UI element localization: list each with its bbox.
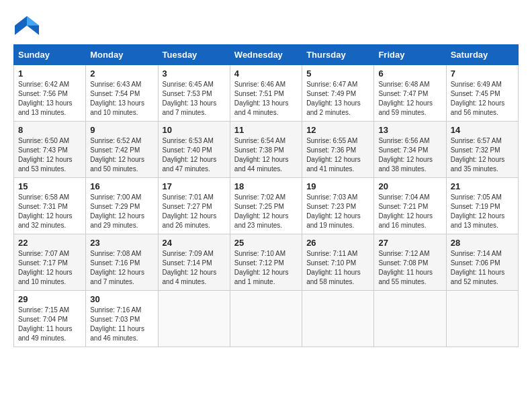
- day-number: 6: [378, 68, 441, 79]
- calendar-week-5: 29Sunrise: 7:15 AM Sunset: 7:04 PM Dayli…: [14, 291, 519, 347]
- day-info: Sunrise: 6:56 AM Sunset: 7:34 PM Dayligh…: [378, 136, 441, 174]
- day-number: 5: [306, 68, 369, 79]
- calendar-cell: 2Sunrise: 6:43 AM Sunset: 7:54 PM Daylig…: [86, 65, 158, 122]
- calendar-cell: 20Sunrise: 7:04 AM Sunset: 7:21 PM Dayli…: [374, 178, 446, 234]
- day-info: Sunrise: 6:43 AM Sunset: 7:54 PM Dayligh…: [90, 80, 153, 118]
- day-info: Sunrise: 7:14 AM Sunset: 7:06 PM Dayligh…: [451, 249, 514, 287]
- calendar-cell: 16Sunrise: 7:00 AM Sunset: 7:29 PM Dayli…: [86, 178, 158, 234]
- day-number: 12: [306, 125, 369, 135]
- day-info: Sunrise: 7:15 AM Sunset: 7:04 PM Dayligh…: [18, 306, 81, 343]
- calendar-cell: 18Sunrise: 7:02 AM Sunset: 7:25 PM Dayli…: [230, 178, 302, 234]
- calendar-cell: 24Sunrise: 7:09 AM Sunset: 7:14 PM Dayli…: [158, 234, 230, 291]
- calendar-cell: 15Sunrise: 6:58 AM Sunset: 7:31 PM Dayli…: [14, 178, 86, 234]
- calendar-week-2: 8Sunrise: 6:50 AM Sunset: 7:43 PM Daylig…: [14, 122, 519, 178]
- day-number: 20: [378, 181, 441, 191]
- calendar-cell: 7Sunrise: 6:49 AM Sunset: 7:45 PM Daylig…: [446, 65, 518, 122]
- days-of-week-row: SundayMondayTuesdayWednesdayThursdayFrid…: [14, 45, 519, 65]
- day-number: 7: [451, 68, 514, 79]
- calendar-cell: 8Sunrise: 6:50 AM Sunset: 7:43 PM Daylig…: [14, 122, 86, 178]
- calendar-cell: 22Sunrise: 7:07 AM Sunset: 7:17 PM Dayli…: [14, 234, 86, 291]
- calendar-cell: 25Sunrise: 7:10 AM Sunset: 7:12 PM Dayli…: [230, 234, 302, 291]
- day-number: 13: [378, 125, 441, 135]
- calendar-cell: [158, 291, 230, 347]
- day-info: Sunrise: 6:57 AM Sunset: 7:32 PM Dayligh…: [451, 136, 514, 174]
- day-info: Sunrise: 6:45 AM Sunset: 7:53 PM Dayligh…: [163, 80, 226, 118]
- calendar-cell: 3Sunrise: 6:45 AM Sunset: 7:53 PM Daylig…: [158, 65, 230, 122]
- day-info: Sunrise: 7:09 AM Sunset: 7:14 PM Dayligh…: [163, 249, 226, 287]
- day-number: 9: [90, 125, 153, 135]
- day-info: Sunrise: 7:08 AM Sunset: 7:16 PM Dayligh…: [90, 249, 153, 287]
- calendar-cell: 23Sunrise: 7:08 AM Sunset: 7:16 PM Dayli…: [86, 234, 158, 291]
- day-number: 26: [306, 238, 369, 248]
- dow-header-monday: Monday: [86, 45, 158, 65]
- day-number: 8: [18, 125, 81, 135]
- calendar-cell: 9Sunrise: 6:52 AM Sunset: 7:42 PM Daylig…: [86, 122, 158, 178]
- day-info: Sunrise: 7:07 AM Sunset: 7:17 PM Dayligh…: [18, 249, 81, 287]
- day-number: 19: [306, 181, 369, 191]
- day-info: Sunrise: 6:47 AM Sunset: 7:49 PM Dayligh…: [306, 80, 369, 118]
- day-number: 22: [18, 238, 81, 248]
- day-number: 10: [163, 125, 226, 135]
- day-number: 29: [18, 294, 81, 304]
- day-number: 18: [234, 181, 298, 191]
- calendar-cell: [374, 291, 446, 347]
- day-info: Sunrise: 6:52 AM Sunset: 7:42 PM Dayligh…: [90, 136, 153, 174]
- day-info: Sunrise: 7:02 AM Sunset: 7:25 PM Dayligh…: [234, 193, 298, 230]
- day-info: Sunrise: 7:05 AM Sunset: 7:19 PM Dayligh…: [451, 193, 514, 230]
- day-info: Sunrise: 7:01 AM Sunset: 7:27 PM Dayligh…: [163, 193, 226, 230]
- day-info: Sunrise: 6:55 AM Sunset: 7:36 PM Dayligh…: [306, 136, 369, 174]
- logo: [13, 13, 43, 38]
- dow-header-wednesday: Wednesday: [230, 45, 302, 65]
- day-number: 28: [451, 238, 514, 248]
- day-info: Sunrise: 6:58 AM Sunset: 7:31 PM Dayligh…: [18, 193, 81, 230]
- calendar-cell: [446, 291, 518, 347]
- day-info: Sunrise: 7:04 AM Sunset: 7:21 PM Dayligh…: [378, 193, 441, 230]
- day-number: 4: [234, 68, 298, 79]
- day-info: Sunrise: 7:16 AM Sunset: 7:03 PM Dayligh…: [90, 306, 153, 343]
- day-info: Sunrise: 6:46 AM Sunset: 7:51 PM Dayligh…: [234, 80, 298, 118]
- day-number: 16: [90, 181, 153, 191]
- dow-header-tuesday: Tuesday: [158, 45, 230, 65]
- dow-header-friday: Friday: [374, 45, 446, 65]
- day-info: Sunrise: 7:11 AM Sunset: 7:10 PM Dayligh…: [306, 249, 369, 287]
- calendar-week-1: 1Sunrise: 6:42 AM Sunset: 7:56 PM Daylig…: [14, 65, 519, 122]
- day-number: 15: [18, 181, 81, 191]
- dow-header-thursday: Thursday: [302, 45, 374, 65]
- logo-icon: [13, 13, 39, 35]
- calendar-cell: 14Sunrise: 6:57 AM Sunset: 7:32 PM Dayli…: [446, 122, 518, 178]
- page-header: [13, 13, 519, 38]
- calendar-cell: 13Sunrise: 6:56 AM Sunset: 7:34 PM Dayli…: [374, 122, 446, 178]
- day-info: Sunrise: 6:48 AM Sunset: 7:47 PM Dayligh…: [378, 80, 441, 118]
- day-info: Sunrise: 7:10 AM Sunset: 7:12 PM Dayligh…: [234, 249, 298, 287]
- day-number: 1: [18, 68, 81, 79]
- calendar-cell: 21Sunrise: 7:05 AM Sunset: 7:19 PM Dayli…: [446, 178, 518, 234]
- calendar-cell: 1Sunrise: 6:42 AM Sunset: 7:56 PM Daylig…: [14, 65, 86, 122]
- calendar-cell: 28Sunrise: 7:14 AM Sunset: 7:06 PM Dayli…: [446, 234, 518, 291]
- calendar-cell: 10Sunrise: 6:53 AM Sunset: 7:40 PM Dayli…: [158, 122, 230, 178]
- calendar-body: 1Sunrise: 6:42 AM Sunset: 7:56 PM Daylig…: [14, 65, 519, 347]
- day-number: 2: [90, 68, 153, 79]
- day-number: 23: [90, 238, 153, 248]
- day-info: Sunrise: 6:49 AM Sunset: 7:45 PM Dayligh…: [451, 80, 514, 118]
- day-info: Sunrise: 6:42 AM Sunset: 7:56 PM Dayligh…: [18, 80, 81, 118]
- dow-header-sunday: Sunday: [14, 45, 86, 65]
- calendar-week-3: 15Sunrise: 6:58 AM Sunset: 7:31 PM Dayli…: [14, 178, 519, 234]
- day-number: 24: [163, 238, 226, 248]
- dow-header-saturday: Saturday: [446, 45, 518, 65]
- day-info: Sunrise: 7:12 AM Sunset: 7:08 PM Dayligh…: [378, 249, 441, 287]
- day-number: 3: [163, 68, 226, 79]
- calendar-cell: 29Sunrise: 7:15 AM Sunset: 7:04 PM Dayli…: [14, 291, 86, 347]
- calendar-cell: 27Sunrise: 7:12 AM Sunset: 7:08 PM Dayli…: [374, 234, 446, 291]
- day-number: 14: [451, 125, 514, 135]
- day-number: 27: [378, 238, 441, 248]
- day-number: 30: [90, 294, 153, 304]
- day-number: 17: [163, 181, 226, 191]
- day-info: Sunrise: 7:03 AM Sunset: 7:23 PM Dayligh…: [306, 193, 369, 230]
- calendar-cell: 11Sunrise: 6:54 AM Sunset: 7:38 PM Dayli…: [230, 122, 302, 178]
- day-info: Sunrise: 7:00 AM Sunset: 7:29 PM Dayligh…: [90, 193, 153, 230]
- day-info: Sunrise: 6:50 AM Sunset: 7:43 PM Dayligh…: [18, 136, 81, 174]
- calendar-week-4: 22Sunrise: 7:07 AM Sunset: 7:17 PM Dayli…: [14, 234, 519, 291]
- calendar-table: SundayMondayTuesdayWednesdayThursdayFrid…: [13, 44, 519, 347]
- calendar-cell: 5Sunrise: 6:47 AM Sunset: 7:49 PM Daylig…: [302, 65, 374, 122]
- calendar-cell: 30Sunrise: 7:16 AM Sunset: 7:03 PM Dayli…: [86, 291, 158, 347]
